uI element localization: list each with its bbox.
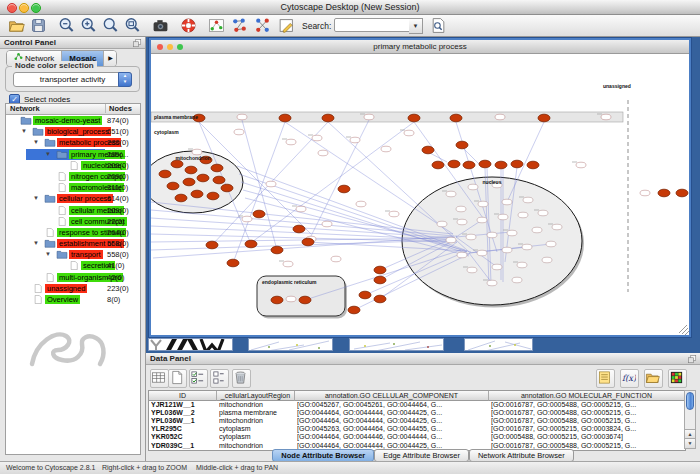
gene-node[interactable] bbox=[312, 135, 322, 141]
edge[interactable] bbox=[285, 122, 453, 234]
selected-gene-node[interactable] bbox=[207, 192, 219, 200]
gene-node[interactable] bbox=[502, 199, 512, 205]
create-attribute-button[interactable] bbox=[168, 369, 187, 388]
selected-gene-node[interactable] bbox=[359, 291, 371, 299]
table-column-header[interactable]: _cellularLayoutRegion bbox=[217, 391, 295, 401]
gene-node[interactable] bbox=[468, 184, 478, 190]
gene-node[interactable] bbox=[542, 257, 552, 263]
search-input[interactable] bbox=[334, 18, 412, 32]
table-row[interactable]: YJR121W__1mitochondrion[GO:0045267, GO:0… bbox=[149, 401, 685, 409]
zoom-selected-button[interactable] bbox=[102, 17, 119, 34]
tree-row[interactable]: ▼primary metabo209(... bbox=[6, 149, 140, 160]
table-row[interactable]: YPL036W__1mitochondrion[GO:0044464, GO:0… bbox=[149, 417, 685, 425]
selected-gene-node[interactable] bbox=[338, 185, 350, 193]
network-view-button[interactable] bbox=[208, 17, 225, 34]
selected-gene-node[interactable] bbox=[185, 166, 197, 174]
selected-gene-node[interactable] bbox=[167, 182, 179, 190]
attribute-table[interactable]: ID_cellularLayoutRegionannotation.GO CEL… bbox=[148, 390, 686, 451]
table-row[interactable]: YLR295Ccytoplasm[GO:0045263, GO:0044464,… bbox=[149, 425, 685, 433]
annotation-button[interactable] bbox=[278, 17, 295, 34]
gene-node[interactable] bbox=[446, 191, 456, 197]
gene-node[interactable] bbox=[242, 216, 252, 222]
gene-node[interactable] bbox=[512, 277, 522, 283]
attribute-columns-button[interactable] bbox=[150, 369, 169, 388]
save-button[interactable] bbox=[30, 17, 47, 34]
tree-item-label[interactable]: Overview bbox=[45, 295, 80, 304]
gene-node[interactable] bbox=[467, 267, 477, 273]
selected-gene-node[interactable] bbox=[374, 266, 386, 274]
background-window-2[interactable] bbox=[248, 338, 333, 351]
selected-gene-node[interactable] bbox=[211, 164, 223, 172]
dropdown-stepper-icon[interactable]: ▲▼ bbox=[118, 72, 132, 87]
background-window-4[interactable] bbox=[464, 338, 533, 351]
gene-node[interactable] bbox=[552, 224, 562, 230]
gene-node[interactable] bbox=[492, 264, 502, 270]
table-column-header[interactable]: annotation.GO CELLULAR_COMPONENT bbox=[295, 391, 489, 401]
selected-gene-node[interactable] bbox=[348, 306, 360, 314]
network-view-titlebar[interactable]: primary metabolic process bbox=[151, 40, 689, 54]
gene-node[interactable] bbox=[546, 241, 556, 247]
selected-gene-node[interactable] bbox=[171, 160, 183, 168]
tree-row[interactable]: nucleobase-209(0) bbox=[6, 160, 140, 171]
tree-row[interactable]: cellular metabo209(0) bbox=[6, 205, 140, 216]
table-row[interactable]: YPL036W__2plasma membrane[GO:0044464, GO… bbox=[149, 409, 685, 417]
gene-node[interactable] bbox=[457, 252, 467, 258]
table-column-header[interactable]: ID bbox=[149, 391, 217, 401]
tree-row[interactable]: Overview8(0) bbox=[6, 294, 140, 305]
gene-node[interactable] bbox=[322, 221, 332, 227]
selected-gene-node[interactable] bbox=[253, 210, 265, 218]
tree-row[interactable]: ▼cellular process614(0) bbox=[6, 193, 140, 204]
selected-gene-node[interactable] bbox=[374, 295, 386, 303]
gene-node[interactable] bbox=[523, 197, 533, 203]
function-builder-button[interactable]: f(x) bbox=[620, 369, 639, 388]
selected-gene-node[interactable] bbox=[302, 238, 314, 246]
gene-node[interactable] bbox=[234, 129, 244, 135]
gene-node[interactable] bbox=[389, 211, 399, 217]
background-window-1[interactable] bbox=[148, 338, 233, 351]
table-scrollbar[interactable]: ▲ ▼ bbox=[684, 390, 696, 449]
gene-node[interactable] bbox=[477, 217, 487, 223]
tree-row[interactable]: mosaic-demo-yeast874(0) bbox=[6, 115, 140, 126]
gene-node[interactable] bbox=[364, 114, 374, 120]
expand-arrow-icon[interactable]: ▼ bbox=[33, 238, 39, 249]
gene-node[interactable] bbox=[437, 221, 447, 227]
delete-attribute-button[interactable] bbox=[232, 369, 251, 388]
network-view-frame[interactable]: primary metabolic process plasma membran… bbox=[149, 38, 691, 337]
gene-node[interactable] bbox=[495, 114, 505, 120]
expand-arrow-icon[interactable]: ▼ bbox=[21, 126, 27, 137]
zoom-fit-button[interactable] bbox=[124, 17, 141, 34]
selected-gene-node[interactable] bbox=[175, 194, 187, 202]
tree-row[interactable]: ▼establishment of lo558(0) bbox=[6, 238, 140, 249]
tree-row[interactable]: response to stimulu264(0) bbox=[6, 227, 140, 238]
selected-gene-node[interactable] bbox=[299, 296, 311, 304]
selected-gene-node[interactable] bbox=[408, 114, 420, 122]
select-edges-button[interactable] bbox=[254, 17, 271, 34]
selected-gene-node[interactable] bbox=[538, 114, 550, 122]
selected-gene-node[interactable] bbox=[374, 276, 386, 284]
gene-node[interactable] bbox=[356, 201, 366, 207]
gene-node[interactable] bbox=[331, 256, 341, 262]
expand-arrow-icon[interactable]: ▼ bbox=[45, 249, 51, 260]
selected-gene-node[interactable] bbox=[450, 114, 462, 122]
tree-row[interactable]: nitrogen compo209(0) bbox=[6, 171, 140, 182]
selected-gene-node[interactable] bbox=[197, 174, 209, 182]
select-neighbors-button[interactable] bbox=[231, 17, 248, 34]
gene-node[interactable] bbox=[318, 150, 328, 156]
gene-node[interactable] bbox=[507, 230, 517, 236]
gene-node[interactable] bbox=[283, 261, 293, 267]
selected-gene-node[interactable] bbox=[183, 178, 195, 186]
tree-row[interactable]: ▼biological_process651(0) bbox=[6, 126, 140, 137]
selected-gene-node[interactable] bbox=[456, 141, 468, 149]
selected-gene-node[interactable] bbox=[159, 170, 171, 178]
gene-node[interactable] bbox=[192, 149, 202, 155]
gene-node[interactable] bbox=[498, 214, 508, 220]
gene-node[interactable] bbox=[517, 262, 527, 268]
selected-gene-node[interactable] bbox=[322, 114, 334, 122]
gene-node[interactable] bbox=[532, 227, 542, 233]
selected-gene-node[interactable] bbox=[293, 225, 305, 233]
gene-node[interactable] bbox=[576, 162, 586, 168]
open-file-button[interactable] bbox=[8, 17, 25, 34]
zoom-in-button[interactable] bbox=[80, 17, 97, 34]
frame-minimize-button[interactable] bbox=[167, 44, 173, 50]
gene-node[interactable] bbox=[456, 206, 466, 212]
